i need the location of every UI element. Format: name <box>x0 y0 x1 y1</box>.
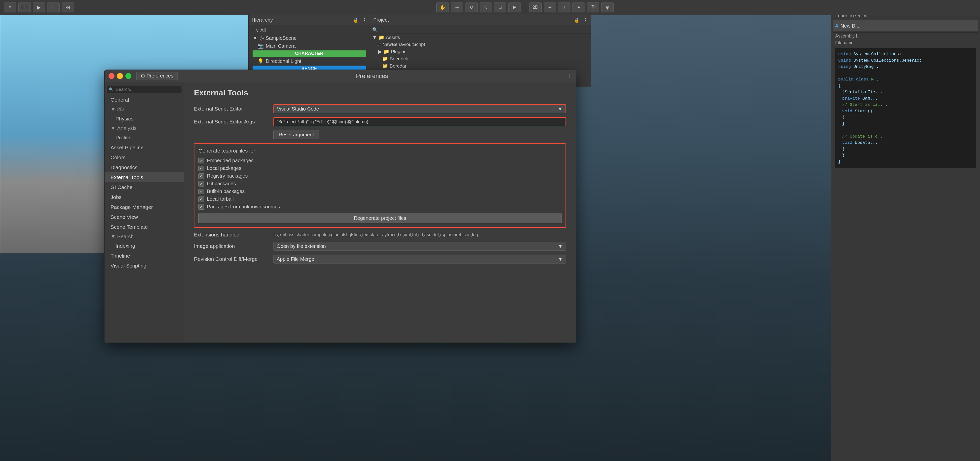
gizmos-btn[interactable]: ◉ <box>601 3 614 13</box>
sidebar-section-search[interactable]: ▼ Search <box>105 232 184 241</box>
hierarchy-lock-icon[interactable]: 🔒 <box>353 17 358 23</box>
checkbox-embedded-label: Embedded packages <box>207 158 254 164</box>
sidebar-item-indexing[interactable]: Indexing <box>105 241 184 251</box>
light-icon: 💡 <box>258 58 264 64</box>
fx-btn[interactable]: ✦ <box>573 3 585 13</box>
dialog-body: 🔍 General ▼ 2D Physics ▼ Analysis Profil… <box>105 82 576 343</box>
project-borodar[interactable]: 📁 Borodar <box>370 62 591 70</box>
regenerate-btn[interactable]: Regenerate project files <box>199 213 562 223</box>
checkbox-tarball-box[interactable]: ✓ <box>199 197 204 202</box>
pause-btn[interactable]: ⏸ <box>47 3 60 13</box>
sidebar-label-package-manager: Package Manager <box>111 204 153 210</box>
revision-select-arrow-icon: ▼ <box>558 256 563 262</box>
script-icon: # <box>378 42 381 47</box>
reset-btn-row: Reset argument <box>194 130 566 139</box>
preferences-tab[interactable]: ⚙ Preferences <box>136 72 178 80</box>
sidebar-section-analysis[interactable]: ▼ Analysis <box>105 124 184 133</box>
revision-control-label: Revision Control Diff/Merge <box>194 256 274 262</box>
play-btn[interactable]: ▶ <box>33 3 45 13</box>
inspector-panel: Inspector 🔒 ⋮ Imported Objec... # New B.… <box>831 0 980 461</box>
sidebar-item-visual-scripting[interactable]: Visual Scripting <box>105 261 184 271</box>
checkbox-embedded-box[interactable]: ✓ <box>199 158 204 164</box>
sidebar-item-gi-cache[interactable]: GI Cache <box>105 182 184 192</box>
image-application-select[interactable]: Open by file extension ▼ <box>274 242 566 251</box>
rotate-tool[interactable]: ↻ <box>465 3 477 13</box>
2d-btn[interactable]: 2D <box>529 3 542 13</box>
code-line-2: using System.Collections.Generic; <box>838 57 973 64</box>
image-application-value: Open by file extension <box>277 243 326 249</box>
edit-menu-btn[interactable]: ⬛⬛ <box>18 3 31 13</box>
sidebar-label-analysis: Analysis <box>117 125 137 131</box>
rect-tool[interactable]: □ <box>494 3 506 13</box>
project-new-behaviour-script[interactable]: # NewBehaviourScript <box>370 41 591 48</box>
checkbox-builtin-box[interactable]: ✓ <box>199 189 204 194</box>
sidebar-item-package-manager[interactable]: Package Manager <box>105 202 184 212</box>
camera-label: Main Camera <box>266 43 296 49</box>
checkbox-registry-box[interactable]: ✓ <box>199 173 204 179</box>
hierarchy-directional-light[interactable]: 💡 Directional Light <box>248 57 370 65</box>
generate-csproj-section: Generate .csproj files for: ✓ Embedded p… <box>194 143 566 228</box>
script-editor-row: External Script Editor Visual Studio Cod… <box>194 104 566 113</box>
sidebar-item-external-tools[interactable]: External Tools <box>105 172 184 182</box>
project-lock-icon[interactable]: 🔒 <box>574 17 579 23</box>
sidebar-item-asset-pipeline[interactable]: Asset Pipeline <box>105 143 184 153</box>
scene-expand-icon[interactable]: ▼ <box>253 35 258 41</box>
sidebar-item-profiler[interactable]: Profiler <box>105 133 184 143</box>
step-btn[interactable]: ⏭ <box>62 3 74 13</box>
hierarchy-menu-icon[interactable]: ⋮ <box>362 17 367 23</box>
audio-btn[interactable]: ♪ <box>558 3 571 13</box>
sidebar-item-general[interactable]: General <box>105 95 184 105</box>
script-editor-args-input[interactable] <box>274 117 566 126</box>
move-tool[interactable]: ✛ <box>451 3 463 13</box>
light-btn[interactable]: ☀ <box>544 3 556 13</box>
add-hierarchy-btn[interactable]: + <box>251 27 254 33</box>
project-baedrick[interactable]: 📁 Baedrick <box>370 55 591 62</box>
sidebar-item-colors[interactable]: Colors <box>105 153 184 162</box>
sidebar-item-scene-template[interactable]: Scene Template <box>105 222 184 232</box>
extensions-value: cs;xml;uss;shader;compute;cginc;hlsl;gls… <box>274 232 478 237</box>
sidebar-search-icon: 🔍 <box>109 87 114 92</box>
hierarchy-all-label: ∨ All <box>256 27 266 33</box>
hierarchy-main-camera[interactable]: 📷 Main Camera <box>248 42 370 50</box>
sidebar-item-jobs[interactable]: Jobs <box>105 192 184 202</box>
project-plugins[interactable]: ▶ 📁 Plugins <box>370 48 591 55</box>
reset-argument-btn[interactable]: Reset argument <box>274 130 319 139</box>
sidebar-item-diagnostics[interactable]: Diagnostics <box>105 162 184 172</box>
project-menu-icon[interactable]: ⋮ <box>583 17 588 23</box>
transform-tool[interactable]: ⊞ <box>508 3 521 13</box>
project-title: Project <box>373 17 389 23</box>
sidebar-item-timeline[interactable]: Timeline <box>105 251 184 261</box>
checkbox-embedded: ✓ Embedded packages <box>199 157 562 164</box>
sidebar-section-2d[interactable]: ▼ 2D <box>105 105 184 114</box>
hand-tool[interactable]: ✋ <box>436 3 449 13</box>
scene-btn[interactable]: 🎬 <box>587 3 599 13</box>
sidebar-label-asset-pipeline: Asset Pipeline <box>111 145 143 150</box>
maximize-btn[interactable] <box>126 73 131 79</box>
checkbox-git-box[interactable]: ✓ <box>199 181 204 186</box>
scale-tool[interactable]: ⤡ <box>480 3 492 13</box>
assets-folder-icon: 📁 <box>379 35 385 40</box>
sidebar-search-input[interactable] <box>116 87 180 92</box>
file-menu-btn[interactable]: ≡ <box>4 3 16 13</box>
script-editor-select[interactable]: Visual Studio Code ▼ <box>274 104 566 113</box>
sidebar-item-scene-view[interactable]: Scene View <box>105 212 184 222</box>
project-search-icon[interactable]: 🔍 <box>372 27 378 33</box>
minimize-btn[interactable] <box>117 73 123 79</box>
revision-control-select[interactable]: Apple File Merge ▼ <box>274 254 566 264</box>
project-assets[interactable]: ▼ 📁 Assets <box>370 34 591 41</box>
close-btn[interactable] <box>108 73 115 79</box>
dialog-menu-icon[interactable]: ⋮ <box>566 73 572 79</box>
image-select-arrow-icon: ▼ <box>558 243 563 249</box>
sidebar-label-gi-cache: GI Cache <box>111 184 133 190</box>
gear-icon: ⚙ <box>140 73 145 79</box>
checkbox-unknown-box[interactable]: ✓ <box>199 204 204 210</box>
checkbox-local-box[interactable]: ✓ <box>199 166 204 171</box>
character-bar[interactable]: CHARACTER <box>253 51 366 57</box>
image-application-label: Image application <box>194 243 274 249</box>
hierarchy-header: Hierarchy 🔒 ⋮ <box>248 15 370 25</box>
checkbox-builtin-label: Built-in packages <box>207 189 245 194</box>
baedrick-folder-icon: 📁 <box>382 56 388 62</box>
toolbar-center: ✋ ✛ ↻ ⤡ □ ⊞ 2D ☀ ♪ ✦ 🎬 ◉ <box>74 3 976 13</box>
sidebar-item-physics[interactable]: Physics <box>105 114 184 124</box>
sidebar-label-diagnostics: Diagnostics <box>111 164 138 170</box>
